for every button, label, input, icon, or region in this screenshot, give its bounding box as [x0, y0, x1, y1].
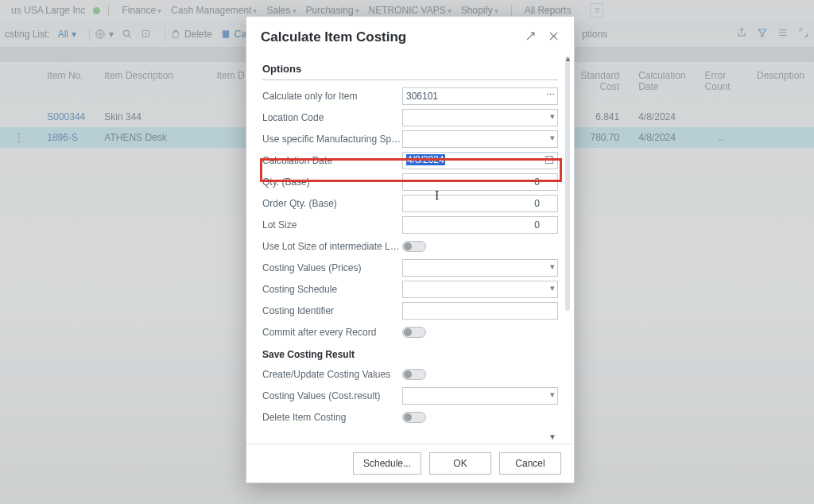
- qty-base-input[interactable]: [402, 173, 558, 191]
- cost-result-input[interactable]: [402, 387, 558, 405]
- label-calc-item: Calculate only for Item: [262, 91, 357, 102]
- label-qty-base: Qty. (Base): [262, 176, 310, 188]
- ok-button[interactable]: OK: [429, 452, 491, 475]
- scroll-down-icon[interactable]: ▼: [262, 432, 558, 441]
- label-cost-values: Costing Values (Prices): [262, 262, 362, 273]
- maximize-icon[interactable]: [525, 30, 537, 45]
- lot-size-input[interactable]: [402, 216, 558, 234]
- calc-date-input[interactable]: 4/8/2024: [402, 152, 558, 169]
- label-calc-date: Calculation Date: [262, 155, 332, 166]
- label-lot-size: Lot Size: [262, 219, 297, 231]
- cost-values-input[interactable]: [402, 259, 558, 277]
- label-use-lot: Use Lot Size of intermediate Lev...: [262, 241, 402, 252]
- schedule-button[interactable]: Schedule...: [353, 452, 421, 475]
- order-qty-input[interactable]: [402, 195, 558, 212]
- save-section-header: Save Costing Result: [262, 349, 558, 360]
- location-input[interactable]: [402, 109, 558, 126]
- label-create-upd: Create/Update Costing Values: [262, 369, 390, 380]
- cancel-button[interactable]: Cancel: [499, 452, 561, 475]
- label-delete-item: Delete Item Costing: [262, 412, 346, 423]
- label-mfg-spec: Use specific Manufacturing Spe...: [262, 134, 402, 145]
- label-cost-sched: Costing Schedule: [262, 284, 337, 295]
- commit-toggle[interactable]: [402, 327, 426, 338]
- close-icon[interactable]: [548, 30, 560, 45]
- create-upd-toggle[interactable]: [402, 369, 426, 380]
- use-lot-toggle[interactable]: [402, 241, 426, 252]
- delete-item-toggle[interactable]: [402, 412, 426, 423]
- label-cost-id: Costing Identifier: [262, 305, 334, 316]
- cost-id-input[interactable]: [402, 302, 558, 320]
- label-cost-result: Costing Values (Cost.result): [262, 390, 381, 401]
- calc-item-input[interactable]: [402, 87, 558, 105]
- label-commit: Commit after every Record: [262, 327, 376, 338]
- mfg-spec-input[interactable]: [402, 130, 558, 148]
- cost-sched-input[interactable]: [402, 281, 558, 298]
- options-section-header: Options: [262, 56, 558, 80]
- label-order-qty: Order Qty. (Base): [262, 198, 337, 209]
- dialog-title: Calculate Item Costing: [261, 29, 406, 45]
- scrollbar[interactable]: ▲: [565, 56, 570, 311]
- calculate-item-costing-dialog: Calculate Item Costing ▲ Options Calcula…: [246, 16, 575, 483]
- label-location: Location Code: [262, 112, 324, 123]
